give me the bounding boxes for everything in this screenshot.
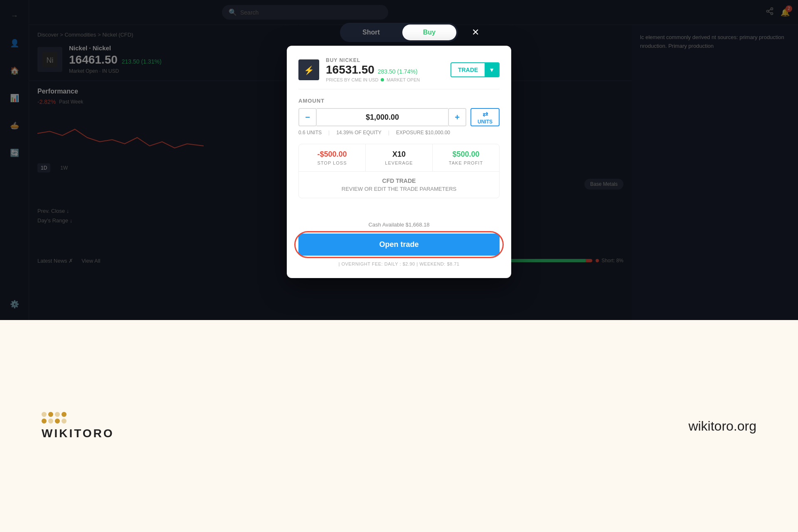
stop-loss-cell[interactable]: -$500.00 STOP LOSS xyxy=(299,144,366,171)
footer-logo: WIKITORO xyxy=(42,412,114,440)
logo-dot-3 xyxy=(55,412,60,417)
trade-dropdown-label: TRADE xyxy=(451,63,485,76)
logo-dots xyxy=(42,412,114,424)
trade-params: -$500.00 STOP LOSS X10 LEVERAGE $500.00 … xyxy=(298,144,500,198)
units-toggle-button[interactable]: ⇄ UNITS xyxy=(470,108,500,126)
units-value: 0.6 UNITS xyxy=(298,130,322,135)
dialog-price-change: 283.50 (1.74%) xyxy=(378,68,418,75)
dialog-price: 16531.50 xyxy=(326,63,374,76)
stop-loss-value: -$500.00 xyxy=(305,150,359,159)
modal-close-button[interactable]: ✕ xyxy=(468,25,483,40)
cfd-title: CFD TRADE xyxy=(305,177,493,184)
dialog-market-status: MARKET OPEN xyxy=(387,77,420,82)
dialog-meta: PRICES BY CME IN USD MARKET OPEN xyxy=(326,77,444,82)
dialog-instrument-info: BUY NICKEL 16531.50 283.50 (1.74%) PRICE… xyxy=(326,57,444,82)
footer-website: wikitoro.org xyxy=(688,419,756,434)
trade-dropdown[interactable]: TRADE ▼ xyxy=(451,62,500,77)
leverage-cell[interactable]: X10 LEVERAGE xyxy=(366,144,433,171)
footer-logo-text: WIKITORO xyxy=(42,427,114,440)
open-trade-button[interactable]: Open trade xyxy=(298,234,500,256)
footer: WIKITORO wikitoro.org xyxy=(0,320,798,532)
decrease-amount-button[interactable]: − xyxy=(298,108,317,126)
tab-buy[interactable]: Buy xyxy=(402,25,456,40)
logo-dot-8 xyxy=(62,419,66,424)
trade-params-top-row: -$500.00 STOP LOSS X10 LEVERAGE $500.00 … xyxy=(299,144,499,172)
amount-details: 0.6 UNITS | 14.39% OF EQUITY | EXPOSURE … xyxy=(298,130,500,135)
equity-pct: 14.39% OF EQUITY xyxy=(336,130,382,135)
cfd-subtitle: REVIEW OR EDIT THE TRADE PARAMETERS xyxy=(305,186,493,192)
prices-by: PRICES BY CME IN USD xyxy=(326,77,378,82)
stop-loss-label: STOP LOSS xyxy=(305,160,359,165)
logo-dot-5 xyxy=(42,419,47,424)
leverage-value: X10 xyxy=(372,150,426,159)
logo-dot-7 xyxy=(55,419,60,424)
svg-text:⚡: ⚡ xyxy=(304,65,314,75)
trade-dropdown-arrow[interactable]: ▼ xyxy=(485,63,499,76)
logo-dot-4 xyxy=(62,412,66,417)
market-open-dot xyxy=(381,78,384,81)
take-profit-value: $500.00 xyxy=(439,150,493,159)
nickel-icon: ⚡ xyxy=(298,59,319,80)
logo-dot-6 xyxy=(48,419,53,424)
logo-dot-2 xyxy=(48,412,53,417)
leverage-label: LEVERAGE xyxy=(372,160,426,165)
take-profit-cell[interactable]: $500.00 TAKE PROFIT xyxy=(433,144,499,171)
increase-amount-button[interactable]: + xyxy=(448,108,466,126)
exposure-value: EXPOSURE $10,000.00 xyxy=(396,130,450,135)
units-label: UNITS xyxy=(478,119,493,125)
modal-tabs-container: Short Buy ✕ xyxy=(340,23,458,42)
amount-input[interactable] xyxy=(317,108,448,126)
take-profit-label: TAKE PROFIT xyxy=(439,160,493,165)
amount-section: AMOUNT − + ⇄ UNITS 0.6 UNITS | 14.39% OF… xyxy=(298,98,500,135)
tab-short[interactable]: Short xyxy=(342,25,401,40)
overnight-fee: | OVERNIGHT FEE: DAILY : $2.90 | WEEKEND… xyxy=(298,261,500,266)
buy-action-label: BUY NICKEL xyxy=(326,57,444,63)
modal-tabs: Short Buy ✕ xyxy=(340,23,458,42)
cash-available: Cash Available $1,668.18 xyxy=(298,222,500,228)
units-arrows-icon: ⇄ xyxy=(483,110,488,118)
logo-dot-1 xyxy=(42,412,47,417)
amount-controls: − + ⇄ UNITS xyxy=(298,108,500,126)
amount-label: AMOUNT xyxy=(298,98,500,104)
cfd-info: CFD TRADE REVIEW OR EDIT THE TRADE PARAM… xyxy=(299,172,499,198)
dialog-header: ⚡ BUY NICKEL 16531.50 283.50 (1.74%) PRI… xyxy=(298,57,500,89)
trade-dialog: ⚡ BUY NICKEL 16531.50 283.50 (1.74%) PRI… xyxy=(287,46,511,278)
